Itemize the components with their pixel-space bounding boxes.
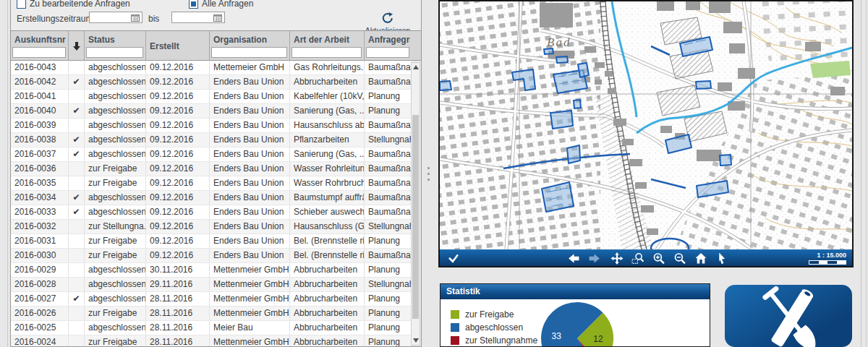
map-scale-bar <box>809 260 846 265</box>
cell-check <box>69 278 85 291</box>
cell-auskunftsnr: 2016-0042 <box>11 75 69 89</box>
cell-art: Hausanschluss (G... <box>290 220 365 234</box>
map-panel[interactable]: Bad <box>438 0 854 267</box>
scroll-thumb[interactable] <box>412 115 419 319</box>
checkbox-pending-requests[interactable] <box>17 0 26 9</box>
check-icon[interactable] <box>447 252 460 265</box>
window-right-edge <box>861 0 861 347</box>
cell-anfragegrund: Baumaßnahm <box>365 205 412 219</box>
scroll-up-arrow[interactable] <box>413 65 419 69</box>
cell-status: abgeschlossen <box>85 205 146 219</box>
cell-anfragegrund: Baumaßnahm <box>365 61 412 74</box>
cell-art: Hausanschluss ab... <box>290 119 365 132</box>
planauskunft-tile-button[interactable] <box>725 285 852 347</box>
cell-erstellt: 09.12.2016 <box>146 176 210 190</box>
cell-status: abgeschlossen <box>85 278 146 291</box>
table-row[interactable]: 2016-0035 zur Freigabe 09.12.2016 Enders… <box>11 176 412 191</box>
checkbox-pending-label[interactable]: Zu bearbeitende Anfragen <box>30 0 130 9</box>
table-row[interactable]: 2016-0024 zur Freigabe 28.11.2016 Metten… <box>11 335 412 346</box>
table-scrollbar[interactable] <box>411 62 420 346</box>
filter-checkbox-row: Zu bearbeitende Anfragen Alle Anfragen <box>11 0 421 9</box>
table-row[interactable]: 2016-0026 zur Freigabe 28.11.2016 Metten… <box>11 307 412 321</box>
cell-erstellt: 28.11.2016 <box>146 321 210 335</box>
cell-organisation: Enders Bau Union <box>210 90 290 103</box>
cell-organisation: Enders Bau Union <box>210 234 290 248</box>
cell-status: abgeschlossen <box>85 263 146 277</box>
table-row[interactable]: 2016-0043 abgeschlossen 09.12.2016 Mette… <box>11 61 412 75</box>
cell-check: ✔ <box>69 147 85 161</box>
checkbox-all-requests[interactable] <box>189 0 198 9</box>
filter-auskunftsnr[interactable] <box>12 47 66 58</box>
filter-organisation[interactable] <box>211 47 287 58</box>
cell-art: Wasser Rohrbruch <box>290 176 365 190</box>
cell-anfragegrund: Planung <box>365 321 412 335</box>
table-row[interactable]: 2016-0036 zur Freigabe 09.12.2016 Enders… <box>11 162 412 176</box>
cell-art: Sanierung (Gas, ... <box>290 147 365 161</box>
table-row[interactable]: 2016-0038 ✔ abgeschlossen 09.12.2016 End… <box>11 133 412 147</box>
cell-auskunftsnr: 2016-0029 <box>11 263 69 277</box>
filter-art-der-arbeit[interactable] <box>292 47 362 58</box>
cell-organisation: Enders Bau Union <box>210 147 290 161</box>
header-art-der-arbeit[interactable]: Art der Arbeit <box>290 31 365 60</box>
cell-erstellt: 09.12.2016 <box>146 205 210 219</box>
cell-anfragegrund: Planung <box>365 234 412 248</box>
checkbox-all-label[interactable]: Alle Anfragen <box>202 0 253 9</box>
calendar-icon[interactable] <box>131 14 140 22</box>
table-row[interactable]: 2016-0037 ✔ abgeschlossen 09.12.2016 End… <box>11 147 412 162</box>
map-place-label: Bad <box>547 35 571 49</box>
table-row[interactable]: 2016-0030 zur Freigabe 09.12.2016 Enders… <box>11 249 412 263</box>
filter-anfragegrund[interactable] <box>366 47 409 58</box>
table-row[interactable]: 2016-0032 zur Stellungna... 09.12.2016 E… <box>11 220 412 234</box>
cell-anfragegrund: Baumaßnahm <box>365 119 412 132</box>
scroll-down-arrow[interactable] <box>413 338 419 343</box>
pan-icon[interactable] <box>610 252 624 265</box>
header-anfragegrund[interactable]: Anfragegrund <box>365 31 412 60</box>
table-row[interactable]: 2016-0033 ✔ abgeschlossen 09.12.2016 End… <box>11 205 412 220</box>
zoom-out-icon[interactable] <box>673 252 686 265</box>
calendar-icon[interactable] <box>213 14 222 22</box>
date-filter-row: Erstellungszeitraum bis Aktualisieren <box>11 11 421 28</box>
cell-organisation: Mettemeier GmbH <box>210 61 290 74</box>
cell-check <box>69 220 85 234</box>
table-row[interactable]: 2016-0039 abgeschlossen 09.12.2016 Ender… <box>11 119 412 133</box>
cell-erstellt: 30.11.2016 <box>146 263 210 277</box>
zoom-box-icon[interactable] <box>631 252 644 265</box>
table-row[interactable]: 2016-0040 ✔ abgeschlossen 09.12.2016 End… <box>11 104 412 119</box>
cell-check <box>69 249 85 262</box>
cell-art: Wasser Rohrleitun... <box>290 162 365 176</box>
cell-erstellt: 09.12.2016 <box>146 61 210 74</box>
cell-auskunftsnr: 2016-0040 <box>11 104 69 118</box>
pointer-icon[interactable] <box>715 252 728 265</box>
cell-erstellt: 09.12.2016 <box>146 75 210 89</box>
header-sort-column[interactable] <box>69 31 85 60</box>
header-erstellt[interactable]: Erstellt <box>146 31 210 60</box>
header-organisation[interactable]: Organisation <box>210 31 290 60</box>
table-row[interactable]: 2016-0029 abgeschlossen 30.11.2016 Mette… <box>11 263 412 278</box>
table-row[interactable]: 2016-0042 ✔ abgeschlossen 09.12.2016 End… <box>11 75 412 90</box>
cell-anfragegrund: Baumaßnahm <box>365 162 412 176</box>
table-row[interactable]: 2016-0028 abgeschlossen 29.11.2016 Mette… <box>11 278 412 292</box>
cell-auskunftsnr: 2016-0037 <box>11 147 69 161</box>
table-row[interactable]: 2016-0025 abgeschlossen 28.11.2016 Meier… <box>11 321 412 335</box>
filter-status[interactable] <box>86 47 143 58</box>
zoom-in-icon[interactable] <box>652 252 665 265</box>
table-row[interactable]: 2016-0041 abgeschlossen 09.12.2016 Ender… <box>11 90 412 104</box>
table-row[interactable]: 2016-0031 zur Freigabe 09.12.2016 Enders… <box>11 234 412 249</box>
home-icon[interactable] <box>694 252 707 265</box>
map-canvas[interactable]: Bad <box>440 1 852 249</box>
forward-icon[interactable] <box>588 252 601 265</box>
panel-splitter[interactable] <box>427 167 430 183</box>
legend-swatch <box>451 323 459 332</box>
header-status[interactable]: Status <box>85 31 146 60</box>
back-icon[interactable] <box>567 252 580 265</box>
cell-check <box>69 307 85 320</box>
cell-anfragegrund: Baumaßnahm <box>365 147 412 161</box>
cell-art: Abbrucharbeiten <box>290 292 365 306</box>
table-row[interactable]: 2016-0027 ✔ abgeschlossen 28.11.2016 Met… <box>11 292 412 307</box>
cell-anfragegrund: Planung <box>365 307 412 320</box>
cell-check <box>69 335 85 346</box>
table-row[interactable]: 2016-0034 ✔ abgeschlossen 09.12.2016 End… <box>11 191 412 205</box>
pie-value-label: 12 <box>593 334 603 344</box>
header-auskunftsnr[interactable]: Auskunftsnr <box>11 31 69 60</box>
table-body: 2016-0043 abgeschlossen 09.12.2016 Mette… <box>11 61 412 346</box>
